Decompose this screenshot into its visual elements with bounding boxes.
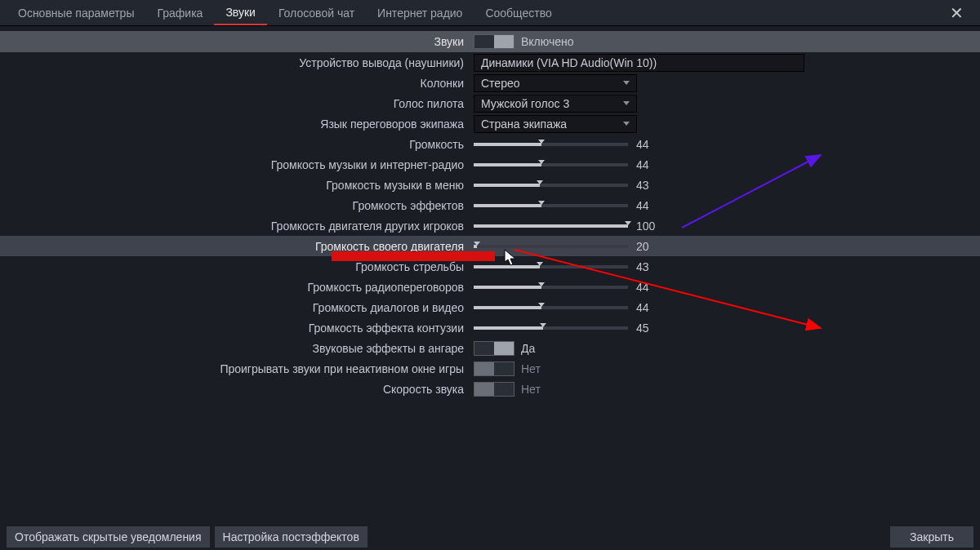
tab-community[interactable]: Сообщество — [474, 2, 563, 24]
row-output-device: Устройство вывода (наушники) Динамики (V… — [0, 52, 980, 73]
toggle-hangar-fx[interactable] — [474, 341, 514, 356]
slider-music-radio[interactable]: 44 — [474, 158, 657, 171]
row-radio-vol: Громкость радиопереговоров 44 — [0, 277, 980, 297]
row-inactive-window: Проигрывать звуки при неактивном окне иг… — [0, 358, 980, 379]
label-effects: Громкость эффектов — [0, 199, 474, 212]
toggle-label: Включено — [521, 35, 574, 48]
label-speakers: Колонки — [0, 77, 474, 90]
row-hangar-fx: Звуковые эффекты в ангаре Да — [0, 338, 980, 358]
label-inactive-window: Проигрывать звуки при неактивном окне иг… — [0, 362, 474, 375]
btn-close[interactable]: Закрыть — [890, 526, 973, 548]
slider-value: 20 — [636, 240, 657, 253]
footer-bar: Отображать скрытые уведомления Настройка… — [0, 524, 980, 550]
row-others-engine: Громкость двигателя других игроков 100 — [0, 215, 980, 236]
label-radio-vol: Громкость радиопереговоров — [0, 281, 474, 294]
toggle-inactive-window[interactable] — [474, 361, 514, 376]
tab-main[interactable]: Основные параметры — [7, 2, 145, 24]
slider-volume[interactable]: 44 — [474, 138, 657, 151]
label-music-radio: Громкость музыки и интернет-радио — [0, 158, 474, 171]
row-dialogs: Громкость диалогов и видео 44 — [0, 297, 980, 317]
label-volume: Громкость — [0, 138, 474, 151]
tab-sounds[interactable]: Звуки — [214, 1, 267, 25]
dropdown-value: Мужской голос 3 — [481, 97, 569, 110]
sounds-enabled-toggle[interactable] — [474, 34, 514, 49]
toggle-label: Нет — [521, 362, 541, 375]
dropdown-output-device[interactable]: Динамики (VIA HD Audio(Win 10)) — [474, 54, 804, 72]
dropdown-value: Стерео — [481, 77, 520, 90]
toggle-label: Нет — [521, 383, 541, 396]
tab-voice[interactable]: Голосовой чат — [267, 2, 366, 24]
slider-value: 45 — [636, 322, 657, 335]
btn-hidden-notifications[interactable]: Отображать скрытые уведомления — [7, 526, 210, 548]
label-hangar-fx: Звуковые эффекты в ангаре — [0, 342, 474, 355]
label-dialogs: Громкость диалогов и видео — [0, 301, 474, 314]
dropdown-value: Страна экипажа — [481, 118, 567, 131]
settings-panel: Звуки Включено Устройство вывода (наушни… — [0, 26, 980, 399]
label-others-engine: Громкость двигателя других игроков — [0, 220, 474, 233]
row-speakers: Колонки Стерео — [0, 73, 980, 93]
dropdown-crew-lang[interactable]: Страна экипажа — [474, 115, 637, 133]
slider-concussion[interactable]: 45 — [474, 322, 657, 335]
label-sound-speed: Скорость звука — [0, 383, 474, 396]
row-concussion: Громкость эффекта контузии 45 — [0, 317, 980, 338]
btn-posteffects[interactable]: Настройка постэффектов — [215, 526, 368, 548]
label-pilot-voice: Голос пилота — [0, 97, 474, 110]
section-label: Звуки — [0, 35, 474, 48]
toggle-label: Да — [521, 342, 535, 355]
row-menu-music: Громкость музыки в меню 43 — [0, 175, 980, 195]
slider-own-engine[interactable]: 20 — [474, 240, 657, 253]
slider-value: 44 — [636, 281, 657, 294]
slider-effects[interactable]: 44 — [474, 199, 657, 212]
dropdown-speakers[interactable]: Стерео — [474, 74, 637, 92]
tabs-bar: Основные параметры Графика Звуки Голосов… — [0, 0, 980, 26]
slider-value: 43 — [636, 260, 657, 273]
slider-gunfire[interactable]: 43 — [474, 260, 657, 273]
tab-radio[interactable]: Интернет радио — [366, 2, 474, 24]
slider-menu-music[interactable]: 43 — [474, 179, 657, 192]
tab-graphics[interactable]: Графика — [145, 2, 214, 24]
toggle-sound-speed[interactable] — [474, 382, 514, 397]
section-header: Звуки Включено — [0, 31, 980, 52]
slider-value: 44 — [636, 158, 657, 171]
dropdown-value: Динамики (VIA HD Audio(Win 10)) — [481, 56, 657, 69]
row-sound-speed: Скорость звука Нет — [0, 379, 980, 399]
label-menu-music: Громкость музыки в меню — [0, 179, 474, 192]
slider-value: 100 — [636, 220, 657, 233]
chevron-down-icon — [623, 81, 630, 85]
slider-dialogs[interactable]: 44 — [474, 301, 657, 314]
row-pilot-voice: Голос пилота Мужской голос 3 — [0, 93, 980, 113]
slider-value: 44 — [636, 199, 657, 212]
label-gunfire: Громкость стрельбы — [0, 260, 474, 273]
label-output-device: Устройство вывода (наушники) — [0, 56, 474, 69]
slider-others-engine[interactable]: 100 — [474, 220, 657, 233]
slider-radio-vol[interactable]: 44 — [474, 281, 657, 294]
row-volume: Громкость 44 — [0, 134, 980, 154]
row-music-radio: Громкость музыки и интернет-радио 44 — [0, 154, 980, 175]
label-crew-lang: Язык переговоров экипажа — [0, 118, 474, 131]
chevron-down-icon — [623, 122, 630, 126]
dropdown-pilot-voice[interactable]: Мужской голос 3 — [474, 95, 637, 113]
annotation-underline — [332, 251, 495, 261]
close-icon[interactable]: ✕ — [945, 3, 969, 23]
chevron-down-icon — [623, 101, 630, 105]
slider-value: 44 — [636, 301, 657, 314]
slider-value: 44 — [636, 138, 657, 151]
row-crew-lang: Язык переговоров экипажа Страна экипажа — [0, 113, 980, 134]
label-concussion: Громкость эффекта контузии — [0, 322, 474, 335]
row-effects: Громкость эффектов 44 — [0, 195, 980, 215]
slider-value: 43 — [636, 179, 657, 192]
